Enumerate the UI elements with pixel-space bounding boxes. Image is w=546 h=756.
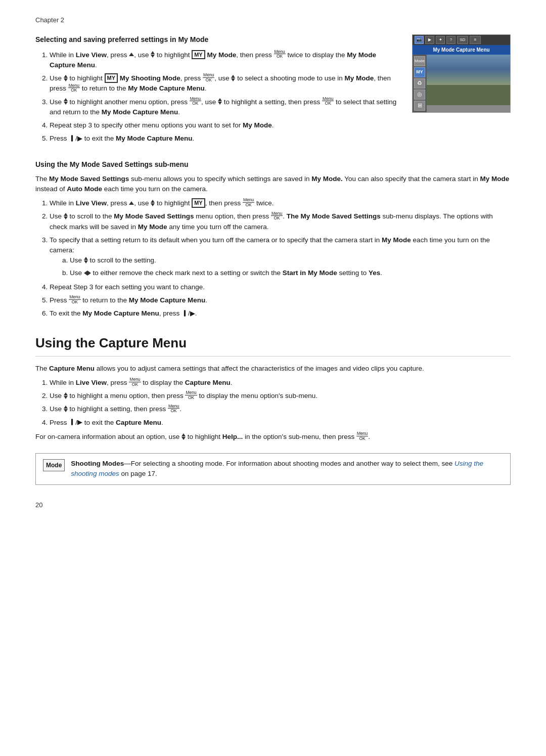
- step-3-1: While in Live View, press MenuOK to disp…: [50, 378, 511, 388]
- right-arrow-1: [87, 271, 91, 276]
- topbar-icon-sd: SD: [457, 36, 468, 44]
- my-box-1: MY: [192, 50, 205, 59]
- my-mode-bold-7: My Mode: [382, 236, 411, 244]
- my-box-2: MY: [105, 73, 118, 82]
- camera-menu-left-panel: Mode MY ♻ ◎ ⊞: [413, 55, 427, 112]
- menu-item-recycle: ♻: [414, 78, 425, 88]
- step-3-3: Use to highlight a setting, then press M…: [50, 404, 511, 414]
- capture-menu-title: Using the Capture Menu: [35, 333, 511, 357]
- updown-arrow-4: [64, 98, 68, 105]
- capture-menu-para2: For on-camera information about an optio…: [35, 432, 511, 442]
- my-box-3: MY: [192, 198, 205, 207]
- topbar-icon-camera: 📷: [415, 36, 424, 44]
- saved-settings-bold-2: My Mode Saved Settings: [114, 212, 194, 220]
- my-mode-capture-menu-bold-4: My Mode Capture Menu: [116, 135, 193, 142]
- play-icon-2: ▶: [190, 308, 195, 319]
- capture-menu-bold-3: Capture Menu: [116, 419, 161, 426]
- help-bold: Help...: [222, 433, 243, 440]
- topbar-icon-help: ?: [446, 36, 456, 44]
- menu-ok-7: MenuOK: [271, 211, 283, 220]
- my-mode-bold-4: My Mode.: [311, 175, 343, 183]
- menu-ok-3: MenuOK: [68, 83, 80, 93]
- menu-ok-9: MenuOK: [129, 377, 141, 386]
- menu-ok-11: MenuOK: [168, 404, 179, 413]
- up-arrow-2: [129, 201, 134, 205]
- chapter-label: Chapter 2: [35, 15, 511, 25]
- auto-mode-bold: Auto Mode: [67, 185, 102, 193]
- note-text: Shooting Modes—For selecting a shooting …: [71, 459, 503, 479]
- my-mode-capture-menu-bold-5: My Mode Capture Menu: [129, 296, 206, 304]
- menu-ok-12: MenuOK: [356, 431, 368, 440]
- camera-icon-2: ⏽: [181, 308, 188, 319]
- start-in-bold: Start in My Mode: [283, 269, 337, 277]
- step-2-3b: Use to either remove the check mark next…: [70, 268, 511, 278]
- camera-topbar: 📷 ▶ ✦ ? SD ≡: [413, 35, 510, 45]
- left-arrow-1: [84, 271, 87, 276]
- my-mode-bold-1: My Mode: [207, 51, 236, 59]
- camera-scene-image: [427, 55, 510, 105]
- step-3-4: Press ⏽/▶ to exit the Capture Menu.: [50, 418, 511, 428]
- menu-item-rect: ⊞: [414, 101, 425, 111]
- play-icon-3: ▶: [77, 417, 82, 427]
- camera-icon-1: ⏽: [69, 134, 75, 144]
- my-mode-bold-6: My Mode: [138, 223, 167, 231]
- note-box: Mode Shooting Modes—For selecting a shoo…: [35, 453, 511, 485]
- menu-item-mode: Mode: [414, 56, 425, 66]
- camera-menu-image: 📷 ▶ ✦ ? SD ≡ My Mode Capture Menu Mode M…: [412, 34, 511, 113]
- camera-icon-3: ⏽: [69, 417, 75, 427]
- note-label: Mode: [43, 459, 65, 471]
- updown-arrow-3: [231, 75, 235, 81]
- my-mode-capture-menu-bold-6: My Mode Capture Menu: [82, 309, 159, 317]
- step-2-3a: Use to scroll to the setting.: [70, 255, 511, 265]
- section-1: 📷 ▶ ✦ ? SD ≡ My Mode Capture Menu Mode M…: [35, 34, 511, 148]
- section-2-para1: The My Mode Saved Settings sub-menu allo…: [35, 174, 511, 195]
- my-mode-capture-menu-bold-3: My Mode Capture Menu: [102, 108, 178, 116]
- topbar-icon-scene: ✦: [436, 36, 445, 44]
- menu-item-circle: ◎: [414, 90, 425, 100]
- step-2-1: While in Live View, press , use to highl…: [50, 198, 511, 208]
- my-mode-capture-menu-bold-2: My Mode Capture Menu: [128, 84, 205, 92]
- shooting-modes-bold: Shooting Modes: [71, 460, 124, 467]
- topbar-icon-menu: ≡: [470, 36, 481, 44]
- capture-menu-bold-1: Capture Menu: [49, 365, 95, 372]
- updown-arrow-10: [64, 406, 68, 412]
- menu-ok-6: MenuOK: [243, 198, 254, 207]
- step-2-4: Repeat Step 3 for each setting you want …: [50, 282, 511, 292]
- updown-arrow-7: [64, 213, 68, 219]
- section-2-list: While in Live View, press , use to highl…: [50, 198, 511, 319]
- menu-item-my: MY: [414, 67, 425, 77]
- menu-ok-1: MenuOK: [274, 50, 286, 59]
- topbar-icon-play: ▶: [425, 36, 434, 44]
- live-view-bold-3: Live View: [76, 379, 107, 386]
- menu-ok-2: MenuOK: [203, 73, 214, 82]
- up-arrow-1: [129, 53, 134, 56]
- step-2-6: To exit the My Mode Capture Menu, press …: [50, 308, 511, 319]
- my-mode-bold-5: My Mode: [480, 175, 509, 183]
- step-2-5: Press MenuOK to return to the My Mode Ca…: [50, 295, 511, 305]
- updown-arrow-1: [151, 51, 155, 58]
- menu-ok-8: MenuOK: [69, 295, 80, 304]
- live-view-bold-1: Live View: [76, 51, 107, 59]
- step-2-3: To specify that a setting return to its …: [50, 235, 511, 278]
- yes-bold: Yes: [369, 269, 380, 277]
- step-2-3-sublist: Use to scroll to the setting. Use to eit…: [70, 255, 511, 278]
- my-mode-bold-2: My Mode: [345, 74, 374, 82]
- note-text-rest: —For selecting a shooting mode. For info…: [124, 460, 454, 467]
- updown-arrow-8: [84, 257, 88, 263]
- my-mode-bold-3: My Mode: [243, 121, 272, 129]
- saved-settings-bold-1: My Mode Saved Settings: [49, 175, 129, 183]
- updown-arrow-2: [64, 75, 68, 81]
- live-view-bold-2: Live View: [76, 199, 107, 207]
- updown-arrow-6: [151, 200, 155, 206]
- updown-arrow-9: [64, 392, 68, 399]
- camera-menu-body: Mode MY ♻ ◎ ⊞: [413, 55, 510, 112]
- menu-ok-5: MenuOK: [322, 97, 334, 106]
- capture-menu-para1: The Capture Menu allows you to adjust ca…: [35, 364, 511, 374]
- section-2-heading: Using the My Mode Saved Settings sub-men…: [35, 159, 511, 170]
- menu-ok-4: MenuOK: [190, 97, 201, 106]
- updown-arrow-11: [181, 433, 186, 440]
- saved-settings-bold-3: The My Mode Saved Settings: [287, 212, 381, 220]
- my-shooting-mode-bold: My Shooting Mode: [120, 74, 180, 82]
- step-1-5: Press ⏽/▶ to exit the My Mode Capture Me…: [50, 134, 511, 144]
- step-2-2: Use to scroll to the My Mode Saved Setti…: [50, 211, 511, 232]
